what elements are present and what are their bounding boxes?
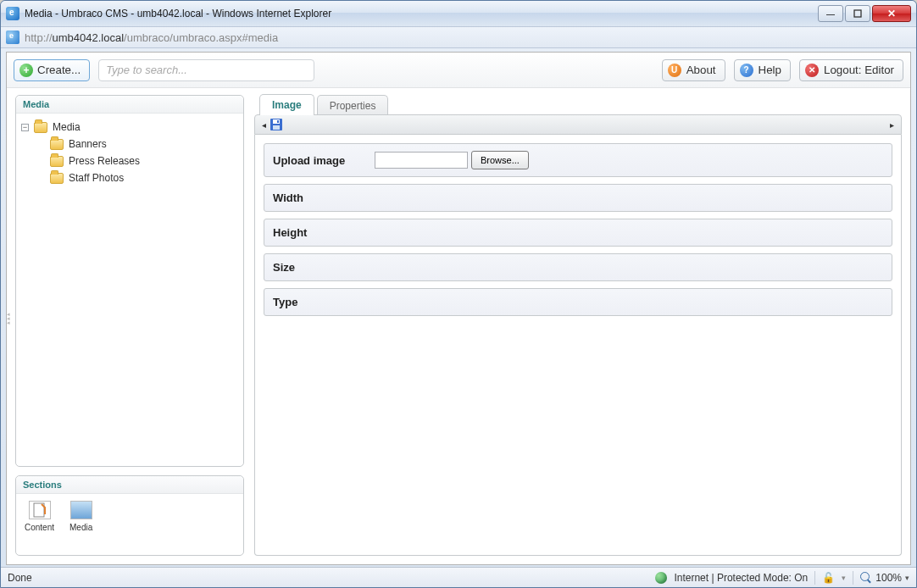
- app-body: ◂◂◂ Media − Media Banners: [7, 88, 910, 564]
- close-button[interactable]: ✕: [872, 5, 911, 22]
- minimize-button[interactable]: —: [818, 5, 843, 22]
- width-label: Width: [273, 191, 375, 204]
- tabs-row: Image Properties: [254, 95, 902, 115]
- sections-body: Content Media: [16, 494, 243, 555]
- media-section-icon: [70, 501, 92, 519]
- zoom-icon: [860, 572, 872, 584]
- media-tree: − Media Banners Press Releases: [16, 114, 243, 191]
- logout-label: Logout: Editor: [824, 64, 894, 76]
- maximize-button[interactable]: [845, 5, 870, 22]
- tree-item-label: Press Releases: [69, 155, 140, 167]
- url-host: umb4042.local: [53, 31, 125, 44]
- browse-button[interactable]: Browse...: [471, 151, 529, 169]
- section-media[interactable]: Media: [69, 501, 92, 548]
- tree-item-press-releases[interactable]: Press Releases: [19, 153, 240, 169]
- tree-item-label: Banners: [69, 138, 107, 150]
- create-label: Create...: [37, 64, 81, 76]
- media-tree-panel: Media − Media Banners P: [15, 95, 244, 467]
- url-path: /umbraco/umbraco.aspx#media: [124, 31, 278, 44]
- create-button[interactable]: + Create...: [14, 59, 90, 81]
- tab-properties[interactable]: Properties: [317, 95, 389, 115]
- security-dropdown[interactable]: ▾: [842, 574, 846, 582]
- field-height: Height: [264, 219, 892, 247]
- tree-item-staff-photos[interactable]: Staff Photos: [19, 169, 240, 186]
- folder-icon: [50, 139, 64, 150]
- section-media-label: Media: [69, 523, 92, 532]
- collapse-icon[interactable]: −: [21, 124, 29, 131]
- logout-icon: ✕: [805, 64, 819, 77]
- save-icon[interactable]: [270, 118, 283, 131]
- type-label: Type: [273, 296, 375, 308]
- window-frame: Media - Umbraco CMS - umb4042.local - Wi…: [0, 0, 917, 588]
- svg-rect-0: [854, 10, 861, 17]
- titlebar: Media - Umbraco CMS - umb4042.local - Wi…: [1, 1, 916, 26]
- svg-rect-4: [273, 125, 280, 130]
- file-path-input[interactable]: [375, 152, 468, 169]
- status-zone: Internet | Protected Mode: On: [674, 572, 808, 584]
- sections-panel-title: Sections: [16, 476, 243, 494]
- separator: [814, 571, 815, 585]
- help-icon: ?: [740, 64, 753, 77]
- window-title: Media - Umbraco CMS - umb4042.local - Wi…: [25, 8, 818, 19]
- status-bar: Done Internet | Protected Mode: On 🔓 ▾ 1…: [1, 567, 916, 587]
- status-done: Done: [8, 572, 32, 584]
- folder-icon: [34, 122, 47, 133]
- folder-icon: [50, 173, 64, 184]
- window-controls: — ✕: [818, 5, 911, 22]
- tree-item-label: Staff Photos: [69, 172, 124, 184]
- tree-root-label: Media: [53, 121, 81, 133]
- section-content[interactable]: Content: [25, 501, 54, 548]
- url-scheme: http://: [25, 31, 53, 44]
- plus-icon: +: [19, 64, 33, 77]
- tab-image[interactable]: Image: [259, 94, 314, 115]
- field-type: Type: [264, 288, 892, 316]
- editor-column: Image Properties ◂ ▸ Upload image: [254, 95, 902, 556]
- status-right: Internet | Protected Mode: On 🔓 ▾ 100% ▾: [655, 571, 909, 585]
- globe-icon: [655, 572, 667, 584]
- tree-root[interactable]: − Media: [19, 119, 240, 136]
- about-label: About: [686, 64, 716, 76]
- content-pane: Upload image Browse... Width Height Size: [254, 135, 902, 556]
- file-input-group: Browse...: [375, 151, 529, 169]
- help-label: Help: [759, 64, 781, 76]
- content-section-icon: [29, 501, 51, 519]
- zoom-value: 100%: [875, 572, 902, 584]
- address-bar[interactable]: http://umb4042.local/umbraco/umbraco.asp…: [1, 26, 916, 48]
- size-label: Size: [273, 261, 375, 274]
- app-toolbar: + Create... U About ? Help ✕ Logout: Edi…: [7, 53, 910, 88]
- help-button[interactable]: ? Help: [734, 59, 791, 81]
- zoom-control[interactable]: 100% ▾: [860, 572, 909, 584]
- ie-icon: [6, 7, 19, 20]
- tree-item-banners[interactable]: Banners: [19, 136, 240, 153]
- folder-icon: [50, 156, 64, 167]
- field-size: Size: [264, 253, 892, 281]
- separator: [853, 571, 853, 585]
- height-label: Height: [273, 226, 375, 239]
- logout-button[interactable]: ✕ Logout: Editor: [799, 59, 903, 81]
- left-column: ◂◂◂ Media − Media Banners: [15, 95, 244, 556]
- media-panel-title: Media: [16, 96, 243, 114]
- about-icon: U: [668, 64, 681, 77]
- svg-rect-5: [277, 120, 279, 123]
- splitter-handle[interactable]: ◂◂◂: [7, 312, 9, 325]
- toolbar-right-arrow[interactable]: ▸: [888, 120, 896, 130]
- toolbar-left-arrow[interactable]: ◂: [260, 120, 268, 130]
- field-upload: Upload image Browse...: [264, 143, 892, 177]
- app-area: + Create... U About ? Help ✕ Logout: Edi…: [6, 52, 911, 565]
- section-content-label: Content: [25, 523, 54, 532]
- sections-panel: Sections Content Media: [15, 475, 244, 556]
- zoom-dropdown[interactable]: ▾: [905, 574, 909, 582]
- about-button[interactable]: U About: [662, 59, 725, 81]
- address-text: http://umb4042.local/umbraco/umbraco.asp…: [25, 31, 278, 44]
- upload-label: Upload image: [273, 154, 375, 167]
- editor-toolbar: ◂ ▸: [254, 114, 902, 135]
- site-icon: [6, 31, 19, 44]
- field-width: Width: [264, 184, 892, 212]
- security-icon[interactable]: 🔓: [822, 572, 835, 584]
- search-input[interactable]: [98, 59, 314, 81]
